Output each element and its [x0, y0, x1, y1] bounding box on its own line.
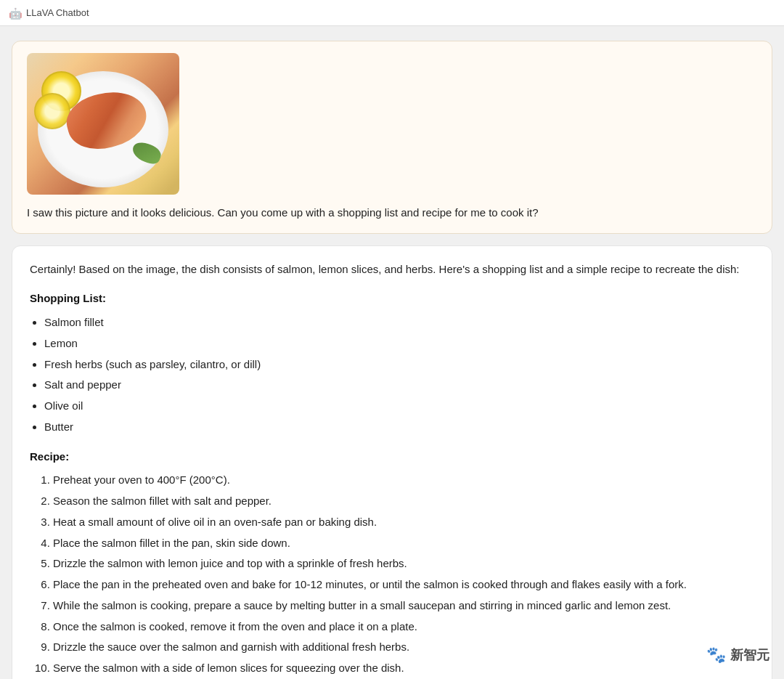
recipe-step: Drizzle the sauce over the salmon and ga…	[53, 638, 754, 656]
recipe-list: Preheat your oven to 400°F (200°C). Seas…	[53, 471, 754, 678]
app-title: LLaVA Chatbot	[26, 7, 89, 18]
robot-icon: 🤖	[9, 7, 20, 19]
recipe-step: Drizzle the salmon with lemon juice and …	[53, 555, 754, 573]
bot-intro-text: Certainly! Based on the image, the dish …	[30, 261, 754, 279]
user-message-bubble: I saw this picture and it looks deliciou…	[12, 41, 772, 234]
watermark-icon: 🐾	[706, 646, 726, 664]
chat-container: I saw this picture and it looks deliciou…	[0, 26, 784, 679]
user-image-area	[27, 53, 757, 195]
user-message-text: I saw this picture and it looks deliciou…	[27, 205, 757, 221]
bot-response-bubble: Certainly! Based on the image, the dish …	[12, 245, 772, 680]
recipe-step: While the salmon is cooking, prepare a s…	[53, 597, 754, 615]
list-item: Olive oil	[44, 397, 754, 415]
lemon-slice-2	[34, 93, 70, 129]
list-item: Butter	[44, 418, 754, 436]
list-item: Salt and pepper	[44, 376, 754, 394]
recipe-step: Once the salmon is cooked, remove it fro…	[53, 618, 754, 636]
recipe-step: Place the pan in the preheated oven and …	[53, 576, 754, 594]
recipe-step: Season the salmon fillet with salt and p…	[53, 492, 754, 511]
recipe-step: Serve the salmon with a side of lemon sl…	[53, 659, 754, 678]
recipe-step: Place the salmon fillet in the pan, skin…	[53, 534, 754, 553]
recipe-step: Preheat your oven to 400°F (200°C).	[53, 471, 754, 489]
list-item: Salmon fillet	[44, 314, 754, 332]
shopping-list: Salmon fillet Lemon Fresh herbs (such as…	[44, 314, 754, 436]
recipe-step: Heat a small amount of olive oil in an o…	[53, 513, 754, 532]
recipe-heading: Recipe:	[30, 448, 754, 466]
list-item: Fresh herbs (such as parsley, cilantro, …	[44, 356, 754, 374]
watermark-label: 新智元	[730, 646, 769, 664]
watermark: 🐾 新智元	[706, 646, 769, 664]
shopping-list-heading: Shopping List:	[30, 290, 754, 308]
app-bar: 🤖 LLaVA Chatbot	[0, 0, 784, 26]
salmon-food-image	[27, 53, 179, 195]
list-item: Lemon	[44, 335, 754, 353]
